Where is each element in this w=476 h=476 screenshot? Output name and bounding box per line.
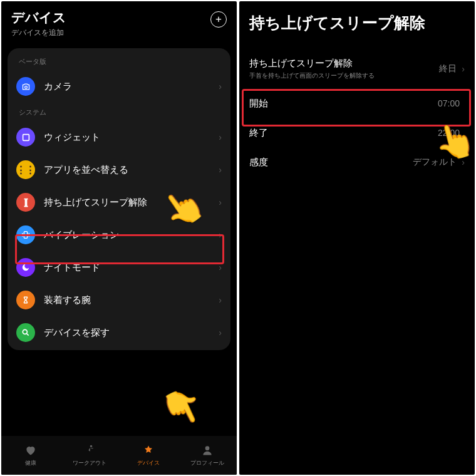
section-system-label: システム xyxy=(8,103,230,121)
settings-card: ベータ版 カメラ › システム ウィジェット › ⋮⋮ アプリを並べ替える › xyxy=(8,48,230,350)
svg-point-6 xyxy=(23,329,27,334)
row-label: 持ち上げてスリープ解除 xyxy=(249,58,439,70)
page-title: 持ち上げてスリープ解除 xyxy=(239,1,475,49)
row-value: 07:00 xyxy=(438,98,460,108)
chevron-right-icon: › xyxy=(219,262,222,272)
row-label: 持ち上げてスリープ解除 xyxy=(44,197,219,209)
chevron-right-icon: › xyxy=(219,328,222,338)
vibration-icon xyxy=(16,225,35,244)
row-vibration[interactable]: バイブレーション › xyxy=(8,219,230,251)
row-label: デバイスを探す xyxy=(44,327,219,339)
chevron-right-icon: › xyxy=(219,197,222,207)
svg-point-0 xyxy=(24,86,27,88)
page-subtitle[interactable]: デバイスを追加 xyxy=(11,28,66,38)
row-label: アプリを並べ替える xyxy=(44,164,219,176)
svg-rect-3 xyxy=(24,198,28,199)
plus-icon: + xyxy=(215,13,222,26)
pointing-hand-icon: 👆 xyxy=(155,381,210,434)
tab-label: 健康 xyxy=(25,459,36,467)
row-label: 感度 xyxy=(249,157,413,168)
tab-label: プロフィール xyxy=(190,459,224,467)
run-icon xyxy=(83,443,96,457)
row-label: 装着する腕 xyxy=(44,294,219,306)
lift-icon xyxy=(16,193,35,212)
row-value: 22:00 xyxy=(438,128,460,138)
header: デバイス デバイスを追加 + xyxy=(1,1,237,42)
tab-profile[interactable]: プロフィール xyxy=(178,436,237,475)
chevron-right-icon: › xyxy=(219,81,222,91)
row-label: 開始 xyxy=(249,98,438,110)
svg-rect-5 xyxy=(24,232,27,239)
row-label: ナイトモード xyxy=(44,262,219,274)
row-label: バイブレーション xyxy=(44,229,219,241)
tab-label: デバイス xyxy=(137,459,160,467)
chevron-right-icon: › xyxy=(219,230,222,240)
tab-workout[interactable]: ワークアウト xyxy=(60,436,119,475)
row-description: 手首を持ち上げて画面のスリープを解除する xyxy=(249,71,439,80)
chevron-right-icon: › xyxy=(462,157,465,167)
chevron-right-icon: › xyxy=(219,132,222,142)
chevron-right-icon: › xyxy=(219,295,222,305)
tab-bar: 健康 ワークアウト デバイス プロフィール xyxy=(1,436,237,475)
add-device-button[interactable]: + xyxy=(210,11,227,28)
row-camera[interactable]: カメラ › xyxy=(8,70,230,103)
profile-icon xyxy=(200,443,214,457)
svg-rect-1 xyxy=(23,134,29,140)
device-list-screen: デバイス デバイスを追加 + ベータ版 カメラ › システム ウィジ xyxy=(1,1,237,475)
row-find-device[interactable]: デバイスを探す › xyxy=(8,316,230,349)
chevron-right-icon: › xyxy=(462,64,465,74)
row-rearrange[interactable]: ⋮⋮ アプリを並べ替える › xyxy=(8,153,230,186)
row-lift-toggle[interactable]: 持ち上げてスリープ解除 手首を持ち上げて画面のスリープを解除する 終日 › xyxy=(239,49,475,89)
tab-device[interactable]: デバイス xyxy=(119,436,178,475)
svg-rect-2 xyxy=(24,199,27,205)
tab-label: ワークアウト xyxy=(73,459,106,467)
svg-rect-4 xyxy=(24,205,28,207)
row-label: ウィジェット xyxy=(44,132,219,143)
rearrange-icon: ⋮⋮ xyxy=(16,160,35,179)
row-value: 終日 xyxy=(439,63,457,75)
tab-health[interactable]: 健康 xyxy=(1,436,60,475)
row-end-time[interactable]: 終了 22:00 xyxy=(239,118,475,148)
page-title: デバイス xyxy=(11,9,66,26)
row-value: デフォルト xyxy=(413,157,457,168)
row-label: カメラ xyxy=(44,81,219,93)
row-sensitivity[interactable]: 感度 デフォルト › xyxy=(239,148,475,177)
row-widget[interactable]: ウィジェット › xyxy=(8,121,230,153)
device-icon xyxy=(142,443,155,457)
night-icon xyxy=(16,258,35,277)
section-beta-label: ベータ版 xyxy=(8,52,230,70)
row-lift-to-wake[interactable]: 持ち上げてスリープ解除 › xyxy=(8,186,230,219)
row-night-mode[interactable]: ナイトモード › xyxy=(8,251,230,284)
widget-icon xyxy=(16,128,35,147)
row-wrist[interactable]: 装着する腕 › xyxy=(8,284,230,316)
row-start-time[interactable]: 開始 07:00 xyxy=(239,89,475,118)
row-label: 終了 xyxy=(249,127,438,139)
lift-to-wake-screen: 持ち上げてスリープ解除 持ち上げてスリープ解除 手首を持ち上げて画面のスリープを… xyxy=(239,1,475,475)
heart-icon xyxy=(24,443,38,457)
svg-point-8 xyxy=(205,446,210,450)
find-icon xyxy=(16,323,35,342)
camera-icon xyxy=(16,77,35,96)
chevron-right-icon: › xyxy=(219,165,222,175)
wrist-icon xyxy=(16,291,35,309)
svg-point-7 xyxy=(90,445,92,447)
